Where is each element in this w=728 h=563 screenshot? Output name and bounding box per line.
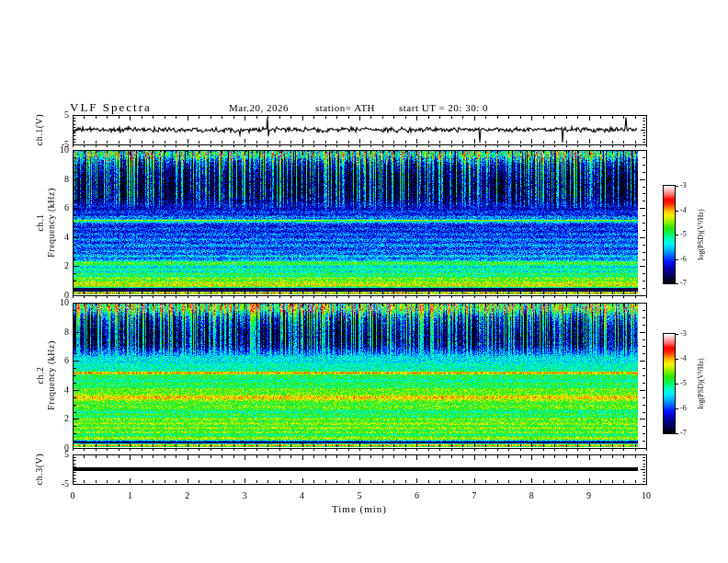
colorbar-ch1 [663, 185, 676, 284]
time-axis-title: Time (min) [304, 503, 415, 514]
ch3-waveform-canvas [74, 455, 638, 483]
x-tick-label: 6 [405, 490, 427, 500]
y-tick-label: 5 [41, 109, 69, 120]
colorbar1-unit-label: log(PSD)(V²/Hz) [697, 209, 705, 259]
y-tick-label: 2 [41, 413, 69, 423]
y-tick-label: 6 [41, 202, 69, 213]
y-tick-label: 10 [41, 297, 69, 307]
y-tick-label: 10 [41, 144, 69, 155]
plot-title: VLF Spectra [70, 100, 152, 115]
y-tick-label: 2 [41, 260, 69, 270]
colorbar-tick-label: -4 [680, 206, 687, 214]
x-tick-label: 2 [176, 490, 199, 500]
y-tick-label: 8 [41, 327, 69, 337]
x-tick-label: 7 [463, 490, 485, 500]
ch2-spec-channel-label: ch.2 [35, 367, 45, 385]
y-tick-label: 6 [41, 355, 69, 365]
x-tick-label: 3 [233, 490, 256, 500]
colorbar-tick-label: -3 [680, 181, 687, 190]
ch1-spec-channel-label: ch.1 [35, 214, 45, 232]
x-tick-label: 5 [348, 490, 370, 500]
colorbar-tick-label: -6 [680, 404, 687, 412]
colorbar-tick-label: -3 [680, 329, 687, 338]
x-tick-label: 8 [520, 490, 542, 500]
ch1-frequency-axis-label: Frequency (kHz) [46, 188, 56, 258]
colorbar-tick-label: -7 [680, 279, 687, 287]
plot-station: station= ATH [315, 102, 375, 113]
y-tick-label: 4 [41, 385, 69, 395]
colorbar-tick-label: -4 [680, 354, 687, 362]
colorbar-tick-label: -6 [680, 255, 687, 263]
colorbar-tick-label: -5 [680, 230, 687, 238]
colorbar-tick-label: -7 [680, 429, 687, 437]
colorbar-ch2 [663, 333, 676, 434]
y-tick-label: 8 [41, 174, 69, 184]
ch2-frequency-axis-label: Frequency (kHz) [46, 340, 56, 410]
ch2-spectrogram-canvas [74, 304, 638, 447]
y-tick-label: -5 [41, 478, 69, 488]
x-tick-label: 0 [62, 490, 84, 500]
x-tick-label: 10 [635, 490, 657, 500]
vlf-spectra-figure: VLF Spectra Mar.20, 2026 station= ATH st… [0, 0, 728, 563]
x-tick-label: 9 [578, 490, 600, 500]
colorbar-tick-label: -5 [680, 379, 687, 387]
y-tick-label: 0 [41, 442, 69, 453]
plot-date: Mar.20, 2026 [229, 102, 289, 113]
y-tick-label: 4 [41, 232, 69, 242]
ch1-waveform-canvas [74, 116, 638, 144]
colorbar2-unit-label: log(PSD)(V²/Hz) [697, 358, 705, 408]
x-tick-label: 1 [119, 490, 141, 500]
ch1-spectrogram-canvas [74, 151, 638, 294]
x-tick-label: 4 [291, 490, 313, 500]
plot-start-time: start UT = 20: 30: 0 [399, 102, 488, 113]
